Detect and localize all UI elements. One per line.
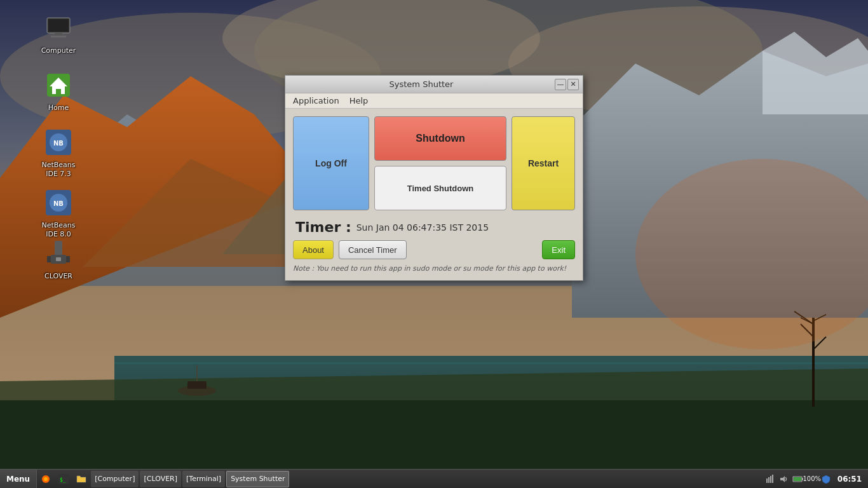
taskbar-menu[interactable]: Menu	[0, 470, 37, 488]
tray-speaker-icon[interactable]	[778, 473, 790, 485]
svg-rect-50	[770, 476, 771, 483]
menu-application[interactable]: Application	[288, 95, 344, 107]
svg-marker-14	[0, 369, 868, 407]
svg-line-20	[801, 318, 813, 324]
taskbar-item-computer[interactable]: [Computer]	[91, 471, 139, 487]
shutdown-button[interactable]: Shutdown	[374, 116, 506, 161]
svg-rect-49	[768, 477, 770, 483]
taskbar-icon-terminal[interactable]: $_	[55, 471, 72, 487]
note-text: Note : You need to run this app in sudo …	[293, 263, 575, 273]
cancel-timer-button[interactable]: Cancel Timer	[339, 240, 407, 259]
taskbar-item-terminal-label: [Terminal]	[186, 475, 221, 483]
taskbar-item-computer-label: [Computer]	[95, 475, 135, 483]
netbeans73-icon-label: NetBeans IDE 7.3	[33, 160, 84, 180]
timed-shutdown-button[interactable]: Timed Shutdown	[374, 166, 506, 210]
home-icon	[43, 70, 74, 100]
menu-help[interactable]: Help	[344, 95, 374, 107]
computer-icon-label: Computer	[39, 46, 78, 56]
svg-point-44	[44, 477, 48, 481]
close-button[interactable]: ✕	[567, 79, 579, 90]
taskbar-item-clover[interactable]: [CLOVER]	[140, 471, 181, 487]
dialog-window: System Shutter — ✕ Application Help Log …	[285, 75, 583, 281]
about-button[interactable]: About	[293, 240, 334, 259]
svg-line-17	[801, 324, 813, 337]
svg-rect-12	[114, 362, 868, 364]
desktop-icon-home[interactable]: Home	[33, 70, 84, 113]
svg-marker-52	[780, 476, 785, 482]
tray-battery-percent: 100%	[806, 473, 818, 485]
computer-icon	[43, 13, 74, 43]
desktop-icon-computer[interactable]: Computer	[33, 13, 84, 56]
taskbar-icon-files[interactable]	[73, 471, 90, 487]
middle-col: Shutdown Timed Shutdown	[374, 116, 506, 210]
svg-point-22	[178, 386, 216, 396]
clover-icon-label: CLOVER	[43, 271, 74, 281]
restart-button[interactable]: Restart	[512, 116, 575, 210]
svg-text:NB: NB	[53, 200, 64, 207]
svg-rect-51	[772, 475, 773, 483]
dialog-content: Log Off Shutdown Timed Shutdown Restart …	[285, 109, 583, 280]
svg-point-25	[635, 159, 868, 349]
exit-button[interactable]: Exit	[542, 240, 575, 259]
taskbar-clock: 06:51	[834, 475, 865, 484]
netbeans80-icon: NB	[43, 187, 74, 218]
svg-rect-42	[56, 257, 61, 261]
dialog-titlebar: System Shutter — ✕	[285, 76, 583, 93]
taskbar-icon-firefox[interactable]	[37, 471, 54, 487]
menubar: Application Help	[285, 93, 583, 109]
timer-value: Sun Jan 04 06:47:35 IST 2015	[356, 222, 489, 233]
tray-network-icon[interactable]	[764, 473, 776, 485]
svg-rect-41	[66, 256, 70, 262]
taskbar-item-clover-label: [CLOVER]	[144, 475, 177, 483]
svg-rect-28	[55, 33, 62, 36]
desktop-icon-netbeans73[interactable]: NB NetBeans IDE 7.3	[33, 127, 84, 180]
svg-rect-48	[766, 478, 768, 483]
svg-rect-29	[51, 36, 66, 37]
svg-rect-11	[114, 356, 868, 483]
svg-marker-7	[763, 32, 868, 114]
taskbar-item-terminal[interactable]: [Terminal]	[182, 471, 225, 487]
taskbar: Menu $_ [Computer] [CLOVER] [Terminal] S…	[0, 469, 868, 488]
main-buttons-row: Log Off Shutdown Timed Shutdown Restart	[293, 116, 575, 210]
svg-rect-55	[794, 477, 801, 481]
action-row: About Cancel Timer Exit	[293, 240, 575, 263]
svg-rect-13	[114, 375, 623, 376]
svg-rect-27	[48, 19, 69, 32]
minimize-button[interactable]: —	[555, 79, 566, 90]
home-icon-label: Home	[46, 103, 71, 113]
timer-row: Timer : Sun Jan 04 06:47:35 IST 2015	[293, 217, 575, 240]
taskbar-item-sysshutter-label: System Shutter	[231, 475, 285, 483]
svg-text:$_: $_	[60, 477, 66, 483]
taskbar-item-sysshutter[interactable]: System Shutter	[226, 471, 289, 487]
tray-shield-icon	[820, 473, 832, 485]
svg-marker-6	[572, 51, 868, 318]
netbeans80-icon-label: NetBeans IDE 8.0	[33, 220, 84, 240]
clover-icon	[43, 238, 74, 269]
svg-marker-47	[77, 476, 86, 482]
netbeans73-icon: NB	[43, 127, 74, 158]
svg-rect-40	[47, 256, 51, 262]
svg-text:NB: NB	[53, 140, 64, 147]
system-tray: 100% 06:51	[764, 473, 868, 485]
desktop-icon-clover[interactable]: CLOVER	[33, 238, 84, 281]
svg-line-21	[813, 315, 826, 321]
svg-rect-23	[187, 381, 207, 389]
timer-label: Timer :	[295, 219, 351, 235]
logoff-button[interactable]: Log Off	[293, 116, 369, 210]
svg-line-18	[813, 337, 826, 349]
svg-line-19	[794, 311, 813, 324]
dialog-title: System Shutter	[289, 79, 553, 89]
desktop-icon-netbeans80[interactable]: NB NetBeans IDE 8.0	[33, 187, 84, 240]
